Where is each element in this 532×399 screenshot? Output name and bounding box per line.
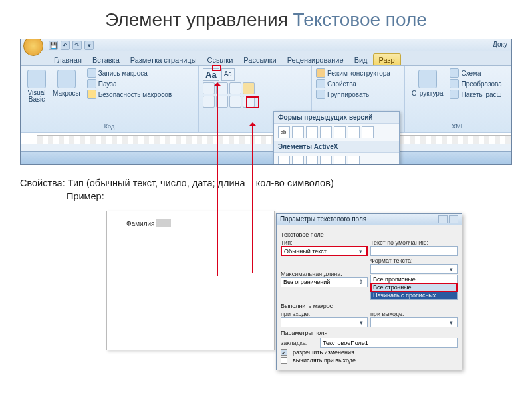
tab-view[interactable]: Вид xyxy=(349,54,373,65)
macros-button[interactable]: Макросы xyxy=(50,68,83,104)
frame-legacy-icon[interactable] xyxy=(320,126,332,138)
on-exit-dropdown[interactable]: ▾ xyxy=(370,317,458,327)
chevron-down-icon: ▾ xyxy=(447,319,455,326)
tab-developer[interactable]: Разр xyxy=(373,53,401,65)
checkbox-legacy-icon[interactable] xyxy=(292,126,304,138)
allow-edit-checkbox[interactable]: ✓ xyxy=(281,349,287,356)
slide-title: Элемент управления Текстовое поле xyxy=(0,0,532,35)
type-dropdown[interactable]: Обычный текст▾ xyxy=(281,246,368,256)
dropdown-legacy-icon[interactable] xyxy=(306,126,318,138)
properties-icon xyxy=(316,79,325,88)
record-macro-button[interactable]: Запись макроса xyxy=(87,68,172,78)
properties-line: Свойства: Тип (обычный текст, число, дат… xyxy=(20,177,512,190)
activex-item[interactable] xyxy=(306,156,318,165)
reset-legacy-icon[interactable] xyxy=(362,126,374,138)
group-code: Visual Basic Макросы Запись макроса Пауз… xyxy=(21,66,199,132)
qat-more-icon[interactable]: ▾ xyxy=(84,41,94,50)
control-cell[interactable] xyxy=(216,96,228,108)
on-exit-label: при выходе: xyxy=(370,311,458,317)
packages-button[interactable]: Пакеты расш xyxy=(450,90,501,99)
control-cell[interactable] xyxy=(203,82,215,94)
on-enter-label: при входе: xyxy=(281,311,368,317)
label-legacy-icon[interactable] xyxy=(334,126,346,138)
transform-icon xyxy=(450,79,459,88)
text-field-placeholder[interactable] xyxy=(156,219,171,227)
format-label: Формат текста: xyxy=(370,257,458,264)
title-accent: Текстовое поле xyxy=(293,9,427,30)
group-xml: Структура Схема Преобразова Пакеты расш … xyxy=(405,66,511,132)
format-option[interactable]: Все строчные xyxy=(371,283,457,291)
help-icon[interactable] xyxy=(438,215,448,223)
rich-text-control-icon[interactable]: Aa xyxy=(203,68,219,81)
calc-exit-checkbox[interactable] xyxy=(281,357,287,364)
control-cell[interactable] xyxy=(216,82,228,94)
field-label-surname: Фамилия xyxy=(126,220,154,227)
design-mode-icon xyxy=(316,68,325,78)
tab-home[interactable]: Главная xyxy=(49,54,87,65)
undo-icon[interactable]: ↶ xyxy=(61,41,70,50)
plain-text-control-icon[interactable]: Aa xyxy=(221,68,235,81)
pause-icon xyxy=(87,79,96,88)
pause-button[interactable]: Пауза xyxy=(87,79,172,88)
control-cell[interactable] xyxy=(229,82,241,94)
format-options-list: Все прописные Все строчные Начинать с пр… xyxy=(370,275,458,300)
macro-security-button[interactable]: Безопасность макросов xyxy=(87,90,172,99)
structure-button[interactable]: Структура xyxy=(409,68,446,99)
design-mode-button[interactable]: Режим конструктора xyxy=(316,68,400,78)
ruler xyxy=(21,132,511,144)
bookmark-input[interactable]: ТекстовоеПоле1 xyxy=(320,338,458,348)
control-cell[interactable] xyxy=(229,96,241,108)
default-label: Текст по умолчанию: xyxy=(370,239,458,246)
redo-icon[interactable]: ↷ xyxy=(72,41,82,50)
activex-item[interactable] xyxy=(292,156,304,165)
word-window: 💾 ↶ ↷ ▾ Доку Главная Вставка Разметка ст… xyxy=(20,39,512,165)
record-icon xyxy=(87,68,96,78)
dialog-body: Текстовое поле Тип: Обычный текст▾ Текст… xyxy=(277,225,462,370)
quick-access-toolbar: 💾 ↶ ↷ ▾ xyxy=(49,41,94,50)
default-text-input[interactable] xyxy=(370,246,458,256)
group-icon xyxy=(316,90,325,99)
document-page xyxy=(106,211,275,350)
chevron-down-icon: ▾ xyxy=(447,266,455,273)
close-icon[interactable] xyxy=(449,215,458,223)
save-icon[interactable]: 💾 xyxy=(49,41,58,50)
format-dropdown[interactable]: ▾ xyxy=(370,264,458,274)
tab-references[interactable]: Ссылки xyxy=(202,54,239,65)
tab-insert[interactable]: Вставка xyxy=(87,54,125,65)
group-button[interactable]: Группировать xyxy=(316,90,400,99)
bookmark-label: закладка: xyxy=(281,340,317,346)
legacy-tools-dropdown: Формы предыдущих версий abl Элементы Act… xyxy=(273,111,400,165)
combobox-control-icon[interactable] xyxy=(249,68,260,79)
window-title: Доку xyxy=(493,41,507,48)
maxlen-label: Максимальная длина: xyxy=(281,271,368,277)
picture-control-icon[interactable] xyxy=(237,68,247,79)
on-enter-dropdown[interactable]: ▾ xyxy=(281,317,368,327)
activex-item[interactable] xyxy=(348,156,360,165)
control-cell[interactable] xyxy=(203,96,215,108)
chevron-down-icon: ▾ xyxy=(356,248,364,255)
statusbar xyxy=(21,151,511,164)
dropdown-header-activex: Элементы ActiveX xyxy=(274,141,399,153)
maxlen-input[interactable]: Без ограничений⇕ xyxy=(281,277,368,287)
textbox-legacy-icon[interactable]: abl xyxy=(278,126,290,138)
section-macro: Выполнить макрос xyxy=(281,303,458,309)
tab-review[interactable]: Рецензирование xyxy=(282,54,349,65)
macros-icon xyxy=(57,70,76,88)
transform-button[interactable]: Преобразова xyxy=(450,79,501,88)
calc-exit-label: вычислять при выходе xyxy=(293,357,356,364)
visual-basic-button[interactable]: Visual Basic xyxy=(25,68,49,104)
warning-icon xyxy=(87,90,96,99)
tab-layout[interactable]: Разметка страницы xyxy=(125,54,202,65)
format-option[interactable]: Все прописные xyxy=(371,275,457,283)
format-option-selected[interactable]: Начинать с прописных xyxy=(371,291,457,299)
properties-button[interactable]: Свойства xyxy=(316,79,400,88)
activex-item[interactable] xyxy=(334,156,346,165)
activex-item[interactable] xyxy=(320,156,332,165)
schema-button[interactable]: Схема xyxy=(450,68,501,78)
ribbon: Visual Basic Макросы Запись макроса Пауз… xyxy=(21,66,511,132)
tab-mailings[interactable]: Рассылки xyxy=(238,54,281,65)
image-legacy-icon[interactable] xyxy=(348,126,360,138)
control-cell[interactable] xyxy=(243,96,255,108)
activex-item[interactable] xyxy=(278,156,290,165)
legacy-tools-icon[interactable] xyxy=(243,82,255,94)
